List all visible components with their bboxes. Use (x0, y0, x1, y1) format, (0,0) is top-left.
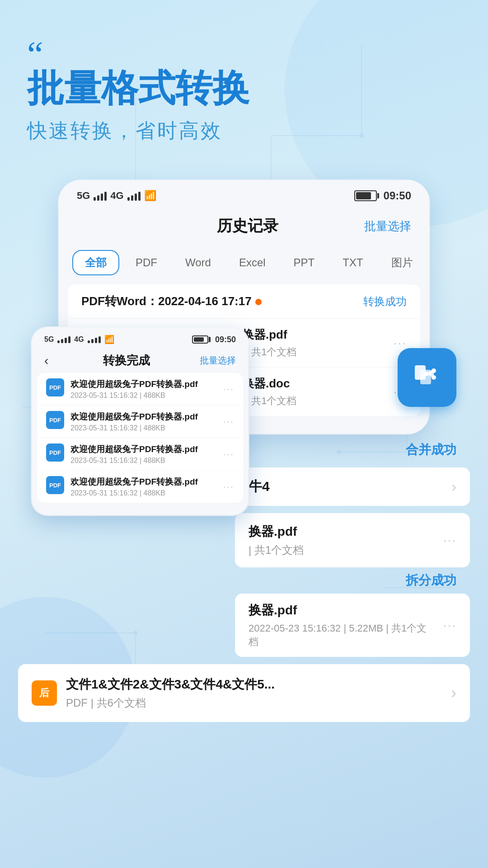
split-name: 换器.pdf (249, 602, 434, 619)
secondary-title: 转换完成 (53, 353, 200, 368)
secondary-info-2: 欢迎使用超级兔子PDF转换器.pdf 2023-05-31 15:16:32 |… (70, 411, 217, 432)
secondary-file-4[interactable]: PDF 欢迎使用超级兔子PDF转换器.pdf 2023-05-31 15:16:… (37, 471, 243, 503)
hero-section: “ 批量格式转换 快速转换，省时高效 (0, 0, 488, 162)
split-success-label: 拆分成功 (18, 572, 470, 589)
secondary-batch-select[interactable]: 批量选择 (200, 354, 236, 367)
converter-item[interactable]: 换器.pdf | 共1个文档 ··· (235, 513, 470, 567)
tab-excel[interactable]: Excel (227, 250, 277, 275)
group-header: PDF转Word：2022-04-16 17:17 转换成功 (68, 284, 420, 319)
secondary-wifi-icon: 📶 (104, 335, 114, 344)
secondary-file-1[interactable]: PDF 欢迎使用超级兔子PDF转换器.pdf 2023-05-31 15:16:… (37, 373, 243, 406)
tab-txt[interactable]: TXT (331, 250, 375, 275)
network-5g: 5G (77, 190, 90, 202)
group-title: PDF转Word：2022-04-16 17:17 (81, 293, 262, 309)
network-4g: 4G (110, 190, 123, 202)
converter-more-icon[interactable]: ··· (443, 533, 456, 547)
secondary-name-3: 欢迎使用超级兔子PDF转换器.pdf (70, 443, 217, 455)
converter-name: 换器.pdf (249, 523, 434, 540)
secondary-badge-3: PDF (46, 443, 64, 462)
secondary-time: 09:50 (215, 335, 236, 344)
secondary-status-left: 5G 4G (44, 335, 114, 344)
secondary-status-right: 09:50 (192, 335, 236, 344)
secondary-badge-2: PDF (46, 411, 64, 429)
status-bar-left: 5G 4G (77, 190, 156, 202)
secondary-file-2[interactable]: PDF 欢迎使用超级兔子PDF转换器.pdf 2023-05-31 15:16:… (37, 406, 243, 438)
secondary-meta-2: 2023-05-31 15:16:32 | 488KB (70, 424, 217, 432)
secondary-battery (192, 335, 208, 344)
group-status: 转换成功 (363, 294, 407, 309)
secondary-header: ‹ 转换完成 批量选择 (32, 348, 249, 373)
secondary-name-1: 欢迎使用超级兔子PDF转换器.pdf (70, 378, 217, 390)
signal-bars-1 (94, 191, 107, 201)
secondary-signal-1 (57, 336, 70, 343)
secondary-files-group: PDF 欢迎使用超级兔子PDF转换器.pdf 2023-05-31 15:16:… (37, 373, 243, 503)
tab-pdf[interactable]: PDF (124, 250, 169, 275)
bottom-file-info: 文件1&文件2&文件3&文件4&文件5... PDF | 共6个文档 (66, 676, 442, 710)
secondary-name-2: 欢迎使用超级兔子PDF转换器.pdf (70, 411, 217, 423)
filter-tabs: 全部 PDF Word Excel PPT TXT 图片 (59, 245, 429, 284)
secondary-name-4: 欢迎使用超级兔子PDF转换器.pdf (70, 476, 217, 488)
split-item[interactable]: 换器.pdf 2022-05-23 15:16:32 | 5.22MB | 共1… (235, 594, 470, 657)
battery-icon (354, 190, 377, 201)
tab-image[interactable]: 图片 (380, 250, 425, 275)
secondary-more-4[interactable]: ··· (223, 481, 234, 493)
secondary-signal-2 (88, 336, 101, 343)
bottom-file-name: 文件1&文件2&文件3&文件4&文件5... (66, 676, 442, 693)
converter-info: 换器.pdf | 共1个文档 (249, 523, 434, 557)
secondary-meta-3: 2023-05-31 15:16:32 | 488KB (70, 457, 217, 465)
back-button[interactable]: ‹ (44, 354, 48, 368)
bottom-badge: 后 (32, 680, 57, 706)
secondary-meta-1: 2023-05-31 15:16:32 | 488KB (70, 392, 217, 400)
phone-secondary: 5G 4G (32, 327, 249, 515)
split-info: 换器.pdf 2022-05-23 15:16:32 | 5.22MB | 共1… (249, 602, 434, 649)
batch-select-button[interactable]: 批量选择 (364, 218, 411, 234)
secondary-more-2[interactable]: ··· (223, 416, 234, 428)
secondary-info-1: 欢迎使用超级兔子PDF转换器.pdf 2023-05-31 15:16:32 |… (70, 378, 217, 400)
merge-item-title: 牛4 (249, 477, 442, 496)
secondary-info-3: 欢迎使用超级兔子PDF转换器.pdf 2023-05-31 15:16:32 |… (70, 443, 217, 465)
screen-title: 历史记录 (131, 216, 364, 236)
status-bar: 5G 4G (59, 180, 429, 207)
bottom-file-meta: PDF | 共6个文档 (66, 696, 442, 710)
phone-main: 5G 4G (59, 180, 429, 434)
quote-icon: “ (27, 36, 461, 72)
secondary-more-1[interactable]: ··· (223, 383, 234, 395)
merge-chevron-icon: › (451, 478, 456, 495)
hero-subtitle: 快速转换，省时高效 (27, 118, 461, 144)
converter-meta: | 共1个文档 (249, 543, 434, 557)
secondary-status-bar: 5G 4G (32, 327, 249, 348)
secondary-meta-4: 2023-05-31 15:16:32 | 488KB (70, 489, 217, 497)
secondary-more-3[interactable]: ··· (223, 448, 234, 460)
secondary-info-4: 欢迎使用超级兔子PDF转换器.pdf 2023-05-31 15:16:32 |… (70, 476, 217, 497)
share-fab-button[interactable] (398, 348, 456, 407)
more-icon-before[interactable]: ··· (394, 336, 407, 350)
hero-title: 批量格式转换 (27, 68, 461, 108)
split-more-icon[interactable]: ··· (443, 618, 456, 632)
status-bar-right: 09:50 (354, 189, 411, 202)
secondary-badge-4: PDF (46, 476, 64, 494)
wifi-icon: 📶 (144, 190, 156, 202)
secondary-badge-1: PDF (46, 378, 64, 396)
tab-all[interactable]: 全部 (72, 250, 119, 275)
main-phone-container: 5G 4G (0, 180, 488, 434)
unread-dot (255, 299, 262, 305)
merge-result-item[interactable]: 牛4 › (235, 467, 470, 506)
split-meta: 2022-05-23 15:16:32 | 5.22MB | 共1个文档 (249, 622, 434, 649)
share-icon (411, 362, 443, 393)
tab-ppt[interactable]: PPT (282, 250, 327, 275)
bottom-chevron-icon: › (451, 684, 456, 703)
secondary-file-3[interactable]: PDF 欢迎使用超级兔子PDF转换器.pdf 2023-05-31 15:16:… (37, 438, 243, 471)
app-header: 历史记录 批量选择 (59, 207, 429, 245)
time-display: 09:50 (384, 189, 411, 202)
bottom-merged-item[interactable]: 后 文件1&文件2&文件3&文件4&文件5... PDF | 共6个文档 › (18, 664, 470, 722)
signal-bars-2 (127, 191, 141, 201)
tab-word[interactable]: Word (174, 250, 223, 275)
